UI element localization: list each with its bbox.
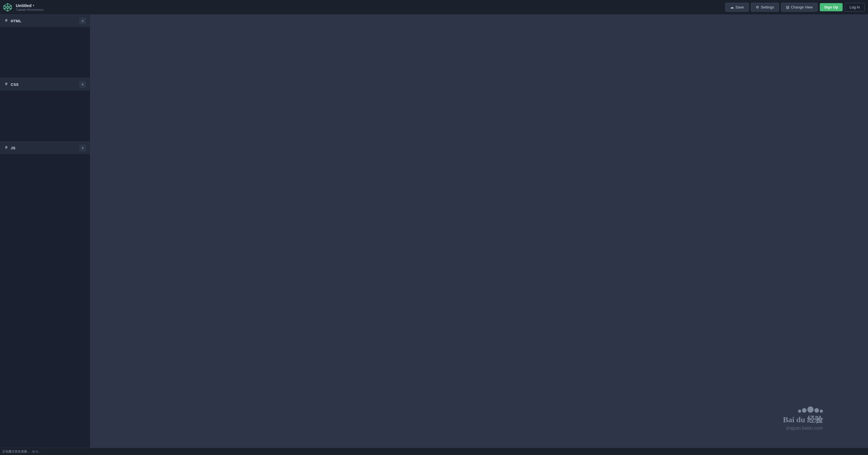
baidu-paw-icon — [798, 406, 823, 413]
paw-dot-5 — [820, 409, 823, 413]
css-gear-icon[interactable] — [4, 82, 8, 87]
html-panel-section: HTML ∨ — [0, 15, 90, 78]
status-connecting-text: 正在建立安全连接... — [2, 449, 30, 454]
css-collapse-button[interactable]: ∨ — [79, 81, 86, 88]
html-editor-body[interactable] — [0, 27, 90, 78]
paw-dot-1 — [798, 409, 801, 413]
css-panel-section: CSS ∨ — [0, 78, 90, 142]
codepen-logo-icon — [3, 3, 12, 11]
html-panel-header[interactable]: HTML ∨ — [0, 15, 90, 27]
css-panel-label: CSS — [11, 82, 19, 87]
js-panel-header-left: JS — [4, 146, 16, 150]
js-collapse-button[interactable]: ∨ — [79, 144, 86, 151]
settings-label: Settings — [761, 5, 774, 9]
paw-dot-2 — [802, 408, 807, 413]
change-view-button[interactable]: ▤ Change View — [781, 3, 817, 11]
js-editor-body[interactable] — [0, 154, 90, 448]
html-gear-icon[interactable] — [4, 19, 8, 23]
left-panel: HTML ∨ CSS ∨ — [0, 15, 90, 448]
css-chevron-icon: ∨ — [82, 82, 84, 86]
status-bar: 正在建立安全连接... 00 K... — [0, 448, 868, 455]
status-left: 正在建立安全连接... 00 K... — [2, 449, 93, 454]
settings-gear-icon: ⚙ — [756, 5, 759, 9]
html-collapse-button[interactable]: ∨ — [79, 18, 86, 24]
css-editor-body[interactable] — [0, 91, 90, 141]
header: Untitled ▾ Captain Anonymous ☁ Save ⚙ Se… — [0, 0, 868, 15]
app-title: Untitled ▾ — [16, 3, 43, 8]
html-panel-label: HTML — [11, 19, 22, 23]
header-actions: ☁ Save ⚙ Settings ▤ Change View Sign Up … — [725, 3, 865, 11]
change-view-label: Change View — [791, 5, 813, 9]
js-chevron-icon: ∨ — [82, 146, 84, 150]
watermark-text: Bai du 经验 — [783, 414, 823, 425]
save-button[interactable]: ☁ Save — [725, 3, 749, 11]
save-label: Save — [736, 5, 744, 9]
title-area: Untitled ▾ Captain Anonymous — [16, 3, 43, 11]
paw-dot-4 — [814, 408, 819, 413]
login-label: Log In — [850, 5, 860, 9]
js-panel-section: JS ∨ — [0, 142, 90, 448]
logo-area: Untitled ▾ Captain Anonymous — [3, 3, 43, 11]
html-chevron-icon: ∨ — [82, 19, 84, 23]
preview-area: Bai du 经验 jingyan.baidu.com — [90, 15, 868, 448]
js-panel-header[interactable]: JS ∨ — [0, 142, 90, 154]
html-panel-header-left: HTML — [4, 19, 22, 23]
js-panel-label: JS — [11, 146, 16, 150]
js-gear-icon[interactable] — [4, 146, 8, 150]
paw-dot-3 — [807, 406, 813, 413]
title-dropdown-arrow[interactable]: ▾ — [33, 4, 34, 7]
app-subtitle: Captain Anonymous — [16, 8, 43, 11]
settings-button[interactable]: ⚙ Settings — [751, 3, 779, 11]
cloud-icon: ☁ — [730, 5, 734, 9]
watermark-sub: jingyan.baidu.com — [786, 426, 823, 431]
change-view-icon: ▤ — [786, 5, 789, 9]
css-panel-header-left: CSS — [4, 82, 19, 87]
css-panel-header[interactable]: CSS ∨ — [0, 78, 90, 91]
baidu-watermark: Bai du 经验 jingyan.baidu.com — [783, 406, 823, 431]
status-size-text: 00 K... — [32, 450, 41, 453]
signup-label: Sign Up — [824, 5, 838, 9]
signup-button[interactable]: Sign Up — [820, 3, 843, 11]
main-layout: HTML ∨ CSS ∨ — [0, 15, 868, 448]
app-title-text: Untitled — [16, 3, 32, 8]
login-button[interactable]: Log In — [845, 3, 865, 11]
